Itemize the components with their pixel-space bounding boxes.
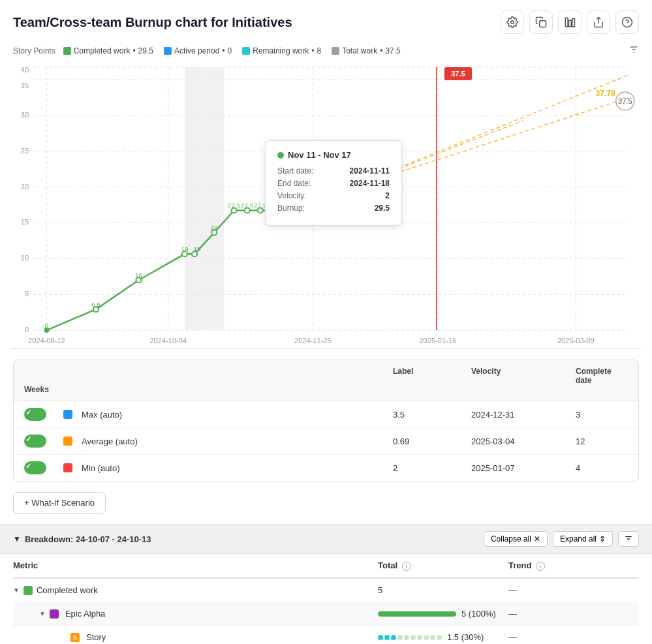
- col-metric: Metric: [13, 560, 378, 571]
- legend-completed: Completed work • 29.5: [63, 46, 153, 55]
- chart-button[interactable]: [558, 10, 582, 34]
- svg-text:20: 20: [21, 183, 29, 191]
- projection-row-avg: Average (auto) 0.69 2025-03-04 12: [14, 428, 638, 455]
- toggle-min-switch[interactable]: [24, 461, 46, 474]
- completed-work-trend: —: [508, 585, 639, 595]
- story-dot-2: [384, 635, 390, 640]
- remaining-separator: •: [311, 46, 314, 55]
- tooltip-title: Nov 11 - Nov 17: [277, 150, 390, 160]
- filter-icon: [624, 534, 633, 544]
- story-total: 1.5 (30%): [447, 632, 484, 642]
- header-complete-col: Complete date: [576, 367, 628, 385]
- toggle-min[interactable]: [24, 461, 63, 474]
- tooltip-velocity-label: Velocity:: [277, 191, 307, 200]
- story-dot-1: [378, 635, 383, 640]
- header-label-col: Label: [393, 367, 471, 385]
- help-button[interactable]: [615, 10, 639, 34]
- header: Team/Cross-team Burnup chart for Initiat…: [0, 0, 652, 39]
- epic-alpha-bar: [378, 611, 456, 617]
- tooltip-start-date-row: Start date: 2024-11-11: [277, 166, 390, 176]
- legend-remaining: Remaining work • 8: [242, 46, 321, 55]
- epic-alpha-icon: [50, 609, 59, 619]
- completed-work-icon: [23, 586, 33, 595]
- breakdown-title-group: ▼ Breakdown: 24-10-07 - 24-10-13: [13, 534, 151, 544]
- active-value: 0: [228, 46, 232, 55]
- epic-alpha-fill: [378, 611, 456, 617]
- total-info-icon[interactable]: i: [402, 562, 411, 571]
- completed-work-chevron[interactable]: ▼: [13, 587, 20, 594]
- expand-all-label: Expand all: [560, 534, 597, 544]
- svg-text:37.5: 37.5: [618, 97, 632, 105]
- metric-row-completed: ▼ Completed work 5 —: [13, 579, 639, 602]
- expand-all-button[interactable]: Expand all ⇕: [553, 531, 613, 547]
- svg-text:2024-08-12: 2024-08-12: [28, 337, 65, 345]
- breakdown-header: ▼ Breakdown: 24-10-07 - 24-10-13 Collaps…: [0, 524, 652, 554]
- svg-text:2024-10-04: 2024-10-04: [149, 337, 187, 345]
- total-value: 37.5: [385, 46, 400, 55]
- max-color: [63, 410, 72, 419]
- metric-row-story: S Story 1.5 (30%) —: [13, 626, 639, 644]
- breakdown-controls: Collapse all ✕ Expand all ⇕: [484, 531, 639, 547]
- collapse-x-icon: ✕: [534, 534, 540, 544]
- collapse-all-button[interactable]: Collapse all ✕: [484, 531, 548, 547]
- gear-button[interactable]: [501, 10, 524, 34]
- svg-text:37.5: 37.5: [451, 70, 465, 78]
- col-trend: Trend i: [508, 560, 639, 571]
- toggle-avg-switch[interactable]: [24, 435, 46, 448]
- avg-weeks: 12: [576, 437, 628, 446]
- header-toggle-col: [24, 367, 393, 385]
- svg-text:25: 25: [21, 147, 29, 155]
- projection-table-header: Label Velocity Complete date Weeks: [14, 360, 638, 401]
- svg-text:2025-03-09: 2025-03-09: [557, 337, 595, 345]
- epic-alpha-chevron[interactable]: ▼: [39, 610, 46, 617]
- story-points-label: Story Points: [13, 46, 55, 55]
- metrics-table: Metric Total i Trend i ▼ Completed work …: [13, 554, 639, 644]
- header-icons: [501, 10, 639, 34]
- trend-info-icon[interactable]: i: [536, 562, 545, 571]
- completed-work-name: ▼ Completed work: [13, 585, 378, 595]
- story-trend: —: [508, 632, 639, 642]
- tooltip-end-label: End date:: [277, 179, 311, 188]
- tooltip-end-date-row: End date: 2024-11-18: [277, 179, 390, 188]
- completed-label: Completed work: [74, 46, 131, 55]
- toggle-avg[interactable]: [24, 435, 63, 448]
- share-button[interactable]: [587, 10, 610, 34]
- chart-area: .grid-line { stroke: #ddd; stroke-width:…: [10, 62, 642, 349]
- story-dots: [378, 635, 442, 640]
- toggle-max[interactable]: [24, 408, 63, 421]
- svg-point-68: [245, 207, 250, 213]
- copy-button[interactable]: [529, 10, 553, 34]
- epic-alpha-trend: —: [508, 609, 639, 619]
- min-label: Min (auto): [82, 463, 120, 473]
- svg-text:35: 35: [21, 82, 29, 89]
- active-label: Active period: [174, 46, 219, 55]
- min-weeks: 4: [576, 463, 628, 473]
- tooltip-start-label: Start date:: [277, 166, 313, 176]
- what-if-button[interactable]: + What-If Scenario: [13, 492, 106, 514]
- svg-text:2025-01-16: 2025-01-16: [419, 337, 456, 345]
- tooltip-start-value: 2024-11-11: [350, 166, 390, 176]
- svg-rect-29: [185, 67, 224, 330]
- story-dot-4: [397, 635, 403, 640]
- max-weeks: 3: [576, 410, 628, 420]
- epic-alpha-total: 5 (100%): [461, 609, 496, 619]
- breakdown-chevron[interactable]: ▼: [13, 534, 21, 544]
- page-title: Team/Cross-team Burnup chart for Initiat…: [13, 15, 292, 30]
- svg-point-66: [211, 230, 217, 235]
- svg-point-64: [182, 251, 187, 256]
- svg-text:5: 5: [25, 290, 29, 298]
- max-velocity: 3.5: [393, 410, 471, 420]
- svg-text:15: 15: [21, 218, 29, 226]
- completed-value: 29.5: [138, 46, 153, 55]
- legend-total: Total work • 37.5: [332, 46, 401, 55]
- story-dot-10: [437, 635, 442, 640]
- avg-velocity: 0.69: [393, 437, 471, 446]
- svg-point-63: [136, 277, 141, 283]
- filter-icon[interactable]: [629, 44, 639, 57]
- total-separator: •: [380, 46, 382, 55]
- projection-row-min: Min (auto) 2 2025-01-07 4: [14, 455, 638, 481]
- tooltip-period: Nov 11 - Nov 17: [288, 150, 351, 160]
- min-velocity: 2: [393, 463, 471, 473]
- toggle-max-switch[interactable]: [24, 408, 46, 421]
- breakdown-filter-button[interactable]: [618, 531, 639, 547]
